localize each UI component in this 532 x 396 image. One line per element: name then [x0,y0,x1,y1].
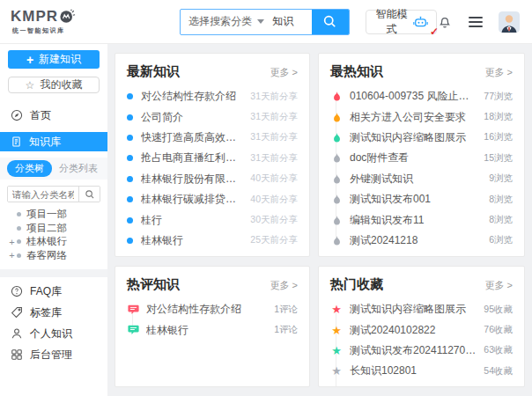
sidebar-item-knowledge-base-label: 知识库 [29,135,61,150]
item-meta: 76收藏 [484,324,513,336]
tab-category-tree[interactable]: 分类树 [7,160,52,177]
more-link[interactable]: 更多 > [270,66,298,79]
more-link[interactable]: 更多 > [485,279,513,292]
item-title: 桂行 [141,213,245,228]
item-meta: 31天前分享 [250,91,298,103]
user-avatar[interactable] [499,11,520,33]
comment-icon [127,325,139,335]
bullet-icon [127,135,133,141]
search-input[interactable] [272,16,312,28]
expand-icon[interactable]: + [7,250,17,260]
global-search-box: 选择搜索分类 [180,9,350,35]
list-item[interactable]: 快速打造高质高效的客服团队 31天前分享 [127,128,298,148]
my-favorites-button[interactable]: ☆ 我的收藏 [8,77,100,93]
list-item[interactable]: 外键测试知识 9浏览 [330,169,513,189]
plus-icon: + [26,54,33,66]
list-item[interactable]: 测试知识发布001 8浏览 [330,189,513,209]
sidebar-item-home[interactable]: 首页 [0,106,107,125]
smart-mode-button[interactable]: 智能模式 ✓ [366,10,437,34]
tree-node-label: 桂林银行 [26,235,67,248]
item-meta: 31天前分享 [250,131,298,143]
list-item[interactable]: ★ 测试知识发布20241127001-1 63收藏 [330,341,513,361]
expand-icon[interactable]: + [7,237,17,247]
list-item[interactable]: 桂林银行股份有限公司2024年半... 40天前分享 [127,169,298,189]
new-knowledge-button[interactable]: + 新建知识 [8,50,100,69]
search-icon [322,14,337,29]
list-item[interactable]: 桂林银行碳减排贷款信息披露 40天前分享 [127,189,298,209]
more-link[interactable]: 更多 > [485,66,513,79]
sidebar-item-tags[interactable]: 标签库 [0,302,107,323]
bullet-icon [127,114,133,121]
tree-node-label: 项目二部 [26,222,67,235]
brand-logo[interactable]: KMPR 统一智能知识库 [0,9,95,35]
sidebar-item-faq-label: FAQ库 [30,284,62,299]
sidebar-item-tags-label: 标签库 [30,305,62,320]
panel-latest-knowledge: 最新知识 更多 > 对公结构性存款介绍 31天前分享 公司简 [115,53,310,257]
notification-bell-icon[interactable] [437,13,453,30]
list-item[interactable]: 编辑知识发布11 8浏览 [330,209,513,230]
bullet-icon [17,212,21,216]
sidebar: + 新建知识 ☆ 我的收藏 首页 [0,44,107,396]
list-item[interactable]: 010604-009735 风险止付汇总说明34 77浏览 [330,86,513,106]
tab-category-list[interactable]: 分类列表 [59,162,98,175]
bullet-icon [17,239,21,244]
menu-hamburger-icon[interactable] [469,17,483,27]
tree-node[interactable]: + 桂林银行 [0,235,107,249]
list-item[interactable]: 对公结构性存款介绍 31天前分享 [127,86,298,106]
panel-title: 最新知识 [127,63,180,80]
list-item[interactable]: ★ 测试知识内容缩略图展示 95收藏 [330,299,513,319]
flame-icon [330,215,343,226]
new-knowledge-label: 新建知识 [39,52,81,67]
star-icon: ★ [330,386,343,387]
item-title: 编辑知识发布11 [350,213,484,228]
item-title: 快速打造高质高效的客服团队 [141,130,245,145]
item-title: doc附件查看 [350,150,478,165]
panel-title: 热门收藏 [330,276,383,293]
item-meta: 18浏览 [484,111,513,123]
item-meta: 1评论 [274,324,298,336]
item-meta: 40天前分享 [250,194,298,206]
tree-node[interactable]: 项目一部 [0,208,107,222]
list-item[interactable]: 桂林银行 25天前分享 [127,231,298,251]
sidebar-item-faq[interactable]: FAQ库 [0,281,107,302]
list-item[interactable]: 抢占电商直播红利阵地 31天前分享 [127,148,298,168]
list-item[interactable]: 测试20241218 6浏览 [330,231,513,251]
popular-favorites-list: ★ 测试知识内容缩略图展示 95收藏 ★ 测试20240102822 76收藏 … [330,299,513,387]
tree-node[interactable]: 项目二部 [0,222,107,236]
sidebar-item-admin[interactable]: 后台管理 [0,344,107,365]
item-title: 测试20240102822 [350,323,478,338]
item-title: 桂林银行 [141,233,245,248]
more-link[interactable]: 更多 > [270,279,298,292]
sidebar-item-personal[interactable]: 个人知识 [0,323,107,344]
hot-comments-list: 对公结构性存款介绍 1评论 [127,299,298,341]
item-title: 010604-009735 风险止付汇总说明34 [350,89,478,104]
item-title: 抢占电商直播红利阵地 [141,150,245,165]
search-button[interactable] [312,9,349,35]
flame-icon [330,91,343,102]
flame-icon [330,112,343,123]
list-item[interactable]: 桂行 30天前分享 [127,209,298,230]
list-item[interactable]: ★ 外键测试知识 21收藏 [330,382,513,387]
category-search-button[interactable] [78,187,100,202]
tree-node[interactable]: + 春客网络 [0,249,107,263]
list-item[interactable]: ★ 长知识102801 54收藏 [330,361,513,381]
list-item[interactable]: 测试知识内容缩略图展示 16浏览 [330,128,513,148]
list-item[interactable]: 对公结构性存款介绍 1评论 [127,299,298,319]
bullet-icon [17,226,21,231]
list-item[interactable]: 桂林银行 1评论 [127,319,298,340]
list-item[interactable]: 相关方进入公司安全要求 18浏览 [330,106,513,127]
search-category-dropdown[interactable]: 选择搜索分类 [181,10,272,34]
category-search-input[interactable] [8,187,78,202]
list-item[interactable]: 公司简介 31天前分享 [127,106,298,127]
kmpro-app: KMPR 统一智能知识库 选择搜索分类 [0,0,532,396]
smart-mode-label: 智能模式 [374,7,409,37]
sidebar-item-knowledge-base[interactable]: 知识库 [0,132,107,151]
bullet-icon [127,217,133,224]
list-item[interactable]: ★ 测试20240102822 76收藏 [330,319,513,340]
list-item[interactable]: doc附件查看 15浏览 [330,148,513,168]
item-title: 桂林银行股份有限公司2024年半... [141,172,245,187]
item-meta: 31天前分享 [250,152,298,165]
item-title: 测试知识发布20241127001-1 [350,343,478,358]
item-meta: 8浏览 [489,194,513,206]
flame-icon [330,152,343,164]
